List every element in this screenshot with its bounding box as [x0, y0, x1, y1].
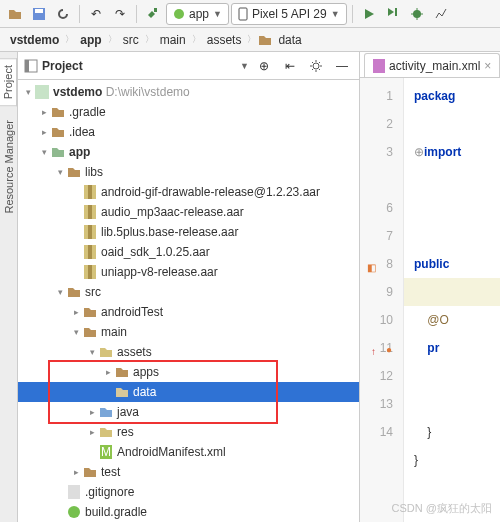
android-icon: [173, 8, 185, 20]
editor-panel: activity_main.xml × 1 2 3 . 6 7 8 9 10 1…: [360, 52, 500, 522]
project-header: Project ▼ ⊕ ⇤ —: [18, 52, 359, 80]
tree-app[interactable]: ▾app: [18, 142, 359, 162]
svg-rect-18: [88, 245, 92, 259]
svg-text:MF: MF: [101, 445, 112, 459]
tree-androidtest[interactable]: ▸androidTest: [18, 302, 359, 322]
device-label: Pixel 5 API 29: [252, 7, 327, 21]
bc-src[interactable]: src: [119, 31, 143, 49]
tree-main[interactable]: ▾main: [18, 322, 359, 342]
bc-root[interactable]: vstdemo: [6, 31, 63, 49]
tree-gitignore[interactable]: .gitignore: [18, 482, 359, 502]
save-icon[interactable]: [28, 3, 50, 25]
tree-apps[interactable]: ▸apps: [18, 362, 359, 382]
hammer-icon[interactable]: [142, 3, 164, 25]
svg-point-3: [174, 9, 184, 19]
code-area[interactable]: 1 2 3 . 6 7 8 9 10 11 12 13 14 ◧ ↑ ● pac…: [360, 78, 500, 522]
svg-rect-8: [25, 60, 29, 72]
resource-manager-tab[interactable]: Resource Manager: [1, 114, 17, 220]
redo-icon[interactable]: ↷: [109, 3, 131, 25]
tree-buildgradle[interactable]: build.gradle: [18, 502, 359, 522]
gradle-icon: [66, 504, 82, 520]
gear-icon[interactable]: [305, 55, 327, 77]
tree-aar[interactable]: lib.5plus.base-release.aar: [18, 222, 359, 242]
bc-main[interactable]: main: [156, 31, 190, 49]
svg-rect-1: [35, 9, 43, 13]
folder-icon: [82, 324, 98, 340]
tree-idea[interactable]: ▸.idea: [18, 122, 359, 142]
tree-test[interactable]: ▸test: [18, 462, 359, 482]
tree-src[interactable]: ▾src: [18, 282, 359, 302]
folder-icon: [66, 164, 82, 180]
editor-tab[interactable]: activity_main.xml ×: [364, 53, 500, 77]
tab-label: activity_main.xml: [389, 59, 480, 73]
tree-data[interactable]: data: [18, 382, 359, 402]
archive-icon: [82, 224, 98, 240]
target-icon[interactable]: ⊕: [253, 55, 275, 77]
debug-icon[interactable]: [406, 3, 428, 25]
profile-icon[interactable]: [430, 3, 452, 25]
project-tree[interactable]: ▾vstdemo D:\wiki\vstdemo ▸.gradle ▸.idea…: [18, 80, 359, 522]
tree-manifest[interactable]: MFAndroidManifest.xml: [18, 442, 359, 462]
close-icon[interactable]: ×: [484, 59, 491, 73]
collapse-icon[interactable]: ⇤: [279, 55, 301, 77]
phone-icon: [238, 7, 248, 21]
project-panel: Project ▼ ⊕ ⇤ — ▾vstdemo D:\wiki\vstdemo…: [18, 52, 360, 522]
class-gutter-icon[interactable]: ◧: [362, 254, 376, 268]
xml-icon: [373, 59, 385, 73]
svg-rect-2: [154, 8, 157, 12]
panel-title: Project: [42, 59, 236, 73]
svg-rect-14: [88, 205, 92, 219]
svg-point-6: [413, 10, 421, 18]
tree-libs[interactable]: ▾libs: [18, 162, 359, 182]
apply-changes-icon[interactable]: [382, 3, 404, 25]
code-content[interactable]: packag ⊕import public @O pr } }: [404, 78, 500, 522]
bc-data[interactable]: data: [274, 31, 305, 49]
breadcrumb: vstdemo〉 app〉 src〉 main〉 assets〉 data: [0, 28, 500, 52]
res-folder-icon: [98, 424, 114, 440]
override-gutter-icon[interactable]: ↑: [362, 338, 376, 352]
assets-folder-icon: [98, 344, 114, 360]
open-icon[interactable]: [4, 3, 26, 25]
project-icon: [34, 84, 50, 100]
method-gutter-icon[interactable]: ●: [378, 336, 392, 350]
svg-rect-16: [88, 225, 92, 239]
svg-rect-20: [88, 265, 92, 279]
refresh-icon[interactable]: [52, 3, 74, 25]
tree-assets[interactable]: ▾assets: [18, 342, 359, 362]
folder-icon: [114, 364, 130, 380]
device-selector[interactable]: Pixel 5 API 29 ▼: [231, 3, 347, 25]
tree-aar[interactable]: audio_mp3aac-release.aar↖: [18, 202, 359, 222]
tree-res[interactable]: ▸res: [18, 422, 359, 442]
line-gutter: 1 2 3 . 6 7 8 9 10 11 12 13 14 ◧ ↑ ●: [360, 78, 404, 522]
src-folder-icon: [98, 404, 114, 420]
tree-root[interactable]: ▾vstdemo D:\wiki\vstdemo: [18, 82, 359, 102]
svg-rect-26: [373, 59, 385, 73]
tree-java[interactable]: ▸java: [18, 402, 359, 422]
module-label: app: [189, 7, 209, 21]
project-tab[interactable]: Project: [0, 58, 17, 106]
bc-assets[interactable]: assets: [203, 31, 246, 49]
archive-icon: [82, 264, 98, 280]
svg-rect-5: [395, 8, 397, 16]
archive-icon: [82, 184, 98, 200]
folder-icon: [50, 124, 66, 140]
main-toolbar: ↶ ↷ app ▼ Pixel 5 API 29 ▼: [0, 0, 500, 28]
tree-aar[interactable]: uniapp-v8-release.aar: [18, 262, 359, 282]
svg-point-24: [68, 506, 80, 518]
bc-app[interactable]: app: [76, 31, 105, 49]
folder-icon: [114, 384, 130, 400]
undo-icon[interactable]: ↶: [85, 3, 107, 25]
hide-icon[interactable]: —: [331, 55, 353, 77]
manifest-icon: MF: [98, 444, 114, 460]
tree-aar[interactable]: android-gif-drawable-release@1.2.23.aar: [18, 182, 359, 202]
svg-rect-23: [68, 485, 80, 499]
file-icon: [66, 484, 82, 500]
module-selector[interactable]: app ▼: [166, 3, 229, 25]
tool-window-bar: Project Resource Manager: [0, 52, 18, 522]
tree-aar[interactable]: oaid_sdk_1.0.25.aar: [18, 242, 359, 262]
chevron-down-icon: ▼: [213, 9, 222, 19]
run-icon[interactable]: [358, 3, 380, 25]
svg-point-9: [313, 63, 319, 69]
chevron-down-icon[interactable]: ▼: [240, 61, 249, 71]
tree-gradle[interactable]: ▸.gradle: [18, 102, 359, 122]
